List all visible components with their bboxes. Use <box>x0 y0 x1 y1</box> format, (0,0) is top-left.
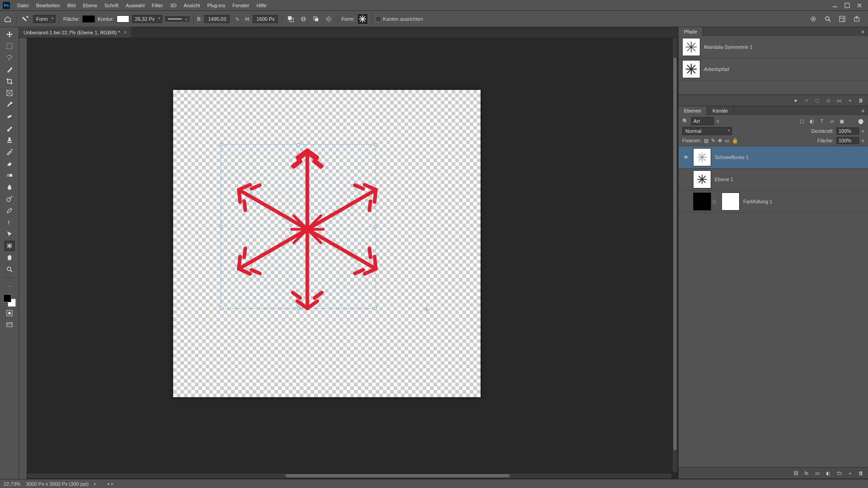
crop-tool[interactable] <box>4 76 15 87</box>
fill-swatch[interactable] <box>82 15 95 23</box>
stamp-tool[interactable] <box>4 135 15 145</box>
menu-select[interactable]: Auswahl <box>122 0 148 11</box>
path-to-selection-icon[interactable]: ◌ <box>814 97 821 104</box>
stroke-swatch[interactable] <box>117 15 129 23</box>
width-input[interactable]: 1495,03 <box>204 15 230 23</box>
screenmode-icon[interactable] <box>4 319 15 330</box>
delete-layer-icon[interactable]: 🗑 <box>857 469 864 477</box>
eyedropper-tool[interactable] <box>4 99 15 110</box>
lock-all-icon[interactable]: 🔒 <box>732 138 738 144</box>
opacity-input[interactable]: 100% <box>836 127 859 135</box>
new-path-icon[interactable]: ＋ <box>846 97 854 104</box>
path-arrangement-icon[interactable] <box>311 14 321 24</box>
eraser-tool[interactable] <box>4 158 15 169</box>
height-input[interactable]: 1600 Px <box>253 15 278 23</box>
fill-path-icon[interactable]: ● <box>792 97 799 104</box>
menu-layer[interactable]: Ebene <box>79 0 101 11</box>
chevron-down-icon[interactable]: ▾ <box>717 118 719 124</box>
stroke-path-icon[interactable]: ○ <box>803 97 810 104</box>
menu-edit[interactable]: Bearbeiten <box>33 0 64 11</box>
filter-toggle-icon[interactable]: ⬤ <box>857 117 864 125</box>
color-swatches[interactable] <box>3 294 16 307</box>
move-tool[interactable] <box>4 29 15 40</box>
gradient-tool[interactable] <box>4 170 15 181</box>
visibility-toggle[interactable]: 👁 <box>682 155 689 160</box>
type-tool[interactable]: T <box>4 217 15 228</box>
menu-3d[interactable]: 3D <box>166 0 180 11</box>
stroke-style-dropdown[interactable] <box>165 16 189 22</box>
frame-tool[interactable] <box>4 88 15 99</box>
workspace-icon[interactable] <box>837 14 847 24</box>
layer-item-farbfuellung[interactable]: ⎘ Farbfüllung 1 <box>679 191 868 213</box>
layers-tab[interactable]: Ebenen <box>679 106 707 115</box>
quickmask-icon[interactable] <box>4 308 15 319</box>
lock-pixels-icon[interactable]: ✎ <box>711 138 715 144</box>
marquee-tool[interactable] <box>4 41 15 52</box>
pen-tool[interactable] <box>4 205 15 216</box>
scrollbar-vertical[interactable] <box>673 35 677 473</box>
path-options-gear-icon[interactable] <box>324 14 334 24</box>
menu-plugins[interactable]: Plug-ins <box>203 0 229 11</box>
dodge-tool[interactable] <box>4 193 15 204</box>
path-item-work[interactable]: Arbeitspfad <box>679 58 868 80</box>
panel-menu-icon[interactable]: ≡ <box>858 27 868 36</box>
delete-path-icon[interactable]: 🗑 <box>857 97 864 104</box>
prev-icon[interactable]: ◂ <box>107 481 109 487</box>
menu-image[interactable]: Bild <box>64 0 79 11</box>
tool-preset-icon[interactable] <box>20 14 30 24</box>
filter-shape-icon[interactable]: ▱ <box>828 117 835 125</box>
align-edges-checkbox[interactable]: Kanten ausrichten <box>376 16 423 22</box>
zoom-level[interactable]: 22,73% <box>4 481 20 487</box>
document-tab[interactable]: Unbenannt-1 bei 22,7% (Ebene 1, RGB/8) *… <box>19 27 131 38</box>
path-alignment-icon[interactable] <box>298 14 308 24</box>
wand-tool[interactable] <box>4 64 15 75</box>
window-maximize-button[interactable] <box>841 1 853 9</box>
filter-adjust-icon[interactable]: ◐ <box>808 117 816 125</box>
layer-style-icon[interactable]: fx <box>803 469 810 477</box>
new-layer-icon[interactable]: ＋ <box>846 469 854 477</box>
shape-mode-dropdown[interactable]: Form <box>33 15 56 23</box>
shape-tool[interactable] <box>4 240 15 251</box>
add-mask-icon[interactable]: ▭ <box>835 97 843 104</box>
panel-menu-icon[interactable]: ≡ <box>858 106 868 115</box>
heal-tool[interactable] <box>4 111 15 122</box>
chevron-down-icon[interactable]: ▾ <box>862 128 864 134</box>
canvas-area[interactable]: -1800-1600-1400-1200-1000-800-600-400-20… <box>19 27 678 479</box>
filter-smart-icon[interactable]: ▣ <box>838 117 845 125</box>
lock-transparency-icon[interactable]: ▨ <box>704 138 708 144</box>
cloud-docs-icon[interactable] <box>808 14 818 24</box>
lock-position-icon[interactable]: ✥ <box>718 138 722 144</box>
channels-tab[interactable]: Kanäle <box>707 106 734 115</box>
path-item-mandala[interactable]: Mandala-Symmetrie 1 <box>679 36 868 58</box>
document-canvas[interactable]: ✛ <box>173 90 481 397</box>
ruler-vertical[interactable] <box>19 35 27 479</box>
shape-picker[interactable] <box>357 14 368 24</box>
filter-type-icon[interactable]: T <box>818 117 826 125</box>
menu-filter[interactable]: Filter <box>148 0 166 11</box>
history-brush-tool[interactable] <box>4 146 15 157</box>
stroke-width-input[interactable]: 26,32 Px <box>132 15 162 23</box>
zoom-tool[interactable] <box>4 264 15 275</box>
selection-to-path-icon[interactable]: ◇ <box>825 97 832 104</box>
layer-item-ebene1[interactable]: Ebene 1 <box>679 169 868 191</box>
link-wh-icon[interactable] <box>232 14 242 24</box>
close-tab-icon[interactable]: × <box>123 29 127 36</box>
hand-tool[interactable] <box>4 252 15 263</box>
edit-toolbar-icon[interactable]: ··· <box>4 281 15 291</box>
home-icon[interactable] <box>3 14 13 24</box>
fill-opacity-input[interactable]: 100% <box>836 137 859 144</box>
window-close-button[interactable] <box>854 1 865 9</box>
blur-tool[interactable] <box>4 182 15 192</box>
chevron-down-icon[interactable]: ▾ <box>862 138 864 144</box>
menu-file[interactable]: Datei <box>14 0 33 11</box>
menu-window[interactable]: Fenster <box>229 0 253 11</box>
search-icon[interactable] <box>823 14 833 24</box>
lasso-tool[interactable] <box>4 52 15 63</box>
menu-help[interactable]: Hilfe <box>253 0 270 11</box>
lock-artboard-icon[interactable]: ▭ <box>725 138 729 144</box>
brush-tool[interactable] <box>4 123 15 134</box>
window-minimize-button[interactable] <box>829 1 841 9</box>
share-icon[interactable] <box>852 14 862 24</box>
add-mask-icon[interactable]: ▭ <box>814 469 821 477</box>
info-arrow-icon[interactable]: ▸ <box>94 481 97 487</box>
